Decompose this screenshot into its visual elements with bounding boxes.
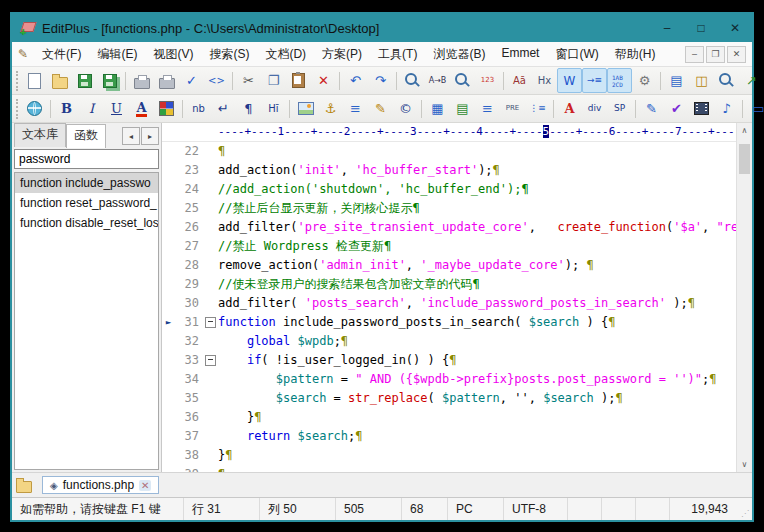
menu-item-4[interactable]: 文档(D) [257,43,314,66]
browser-preview-button[interactable] [714,68,739,93]
center-text-button[interactable]: ≡ [475,96,500,121]
edit-note-button[interactable]: ✎ [368,96,393,121]
find-button[interactable] [400,68,425,93]
document-tab-0[interactable]: ◈functions.php✕ [42,476,159,494]
save-all-button[interactable] [97,68,122,93]
save-button[interactable] [72,68,97,93]
underline-button[interactable]: U [104,96,129,121]
nbsp-button[interactable]: nb [186,96,211,121]
word-wrap-button[interactable]: W [557,68,582,93]
music-button[interactable]: ♪ [714,96,739,121]
line-break-button[interactable]: ↵ [211,96,236,121]
paragraph-button[interactable]: ¶ [236,96,261,121]
copy-button[interactable]: ❐ [261,68,286,93]
fold-toggle[interactable] [203,313,218,332]
italic-button[interactable]: I [79,96,104,121]
open-external-button[interactable]: ↗ [739,68,764,93]
find-in-files-button[interactable] [450,68,475,93]
hex-view-button[interactable]: Hx [532,68,557,93]
form-input-button[interactable]: ▭ [746,96,764,121]
div-align-button[interactable]: ▤ [450,96,475,121]
scroll-up-icon[interactable]: ∧ [737,123,752,138]
div-tag-button[interactable]: div [582,96,607,121]
minimize-button[interactable]: – [650,14,684,42]
print-preview-button[interactable] [129,68,154,93]
tab-scroll-left-button[interactable]: ◂ [122,127,140,145]
bold-button[interactable]: B [54,96,79,121]
undo-button[interactable]: ↶ [343,68,368,93]
script-edit-button[interactable]: ✎ [639,96,664,121]
font-tag-button[interactable]: A [557,96,582,121]
resize-grip[interactable]: ⋰ [736,498,752,520]
maximize-button[interactable]: □ [684,14,718,42]
code-editor[interactable]: 22¶23add_action('init', 'hc_buffer_start… [162,142,736,472]
open-folder-button[interactable] [47,68,72,93]
menu-item-1[interactable]: 编辑(E) [89,43,145,66]
new-document-button[interactable] [22,68,47,93]
spell-check-button[interactable]: ✓ [179,68,204,93]
browser-globe-button[interactable] [22,96,47,121]
tab-scroll-right-button[interactable]: ▸ [141,127,159,145]
line-number: 25 [175,199,203,218]
color-palette-button[interactable] [154,96,179,121]
cut-button[interactable]: ✂ [236,68,261,93]
folder-icon[interactable] [16,481,32,493]
toolbar-drag-handle[interactable] [16,99,18,119]
function-list-item-2[interactable]: function disable_reset_los [15,213,158,233]
script-check-button[interactable]: ✔ [664,96,689,121]
sidebar-tab-cliptext[interactable]: 文本库 [14,123,66,147]
list-tag-button[interactable]: ⋮≡ [525,96,550,121]
html-tags-button[interactable]: <> [204,68,229,93]
menu-item-7[interactable]: 浏览器(B) [425,43,493,66]
preferences-button[interactable]: ⚙ [632,68,657,93]
mdi-close-button[interactable]: ✕ [727,46,746,63]
menu-item-10[interactable]: 帮助(H) [607,43,664,66]
music-icon: ♪ [722,102,730,115]
heading-button[interactable]: Hī [261,96,286,121]
replace-button[interactable]: A→B [425,68,450,93]
print-button[interactable] [154,68,179,93]
toolbar-drag-handle[interactable] [16,71,18,91]
horizontal-rule-button[interactable]: ≡ [343,96,368,121]
close-button[interactable]: ✕ [718,14,752,42]
tab-close-icon[interactable]: ✕ [139,480,151,491]
table-button[interactable]: ▦ [425,96,450,121]
sort-button[interactable]: 123 [475,68,500,93]
function-list-item-0[interactable]: function include_passwo [15,173,158,193]
menu-item-3[interactable]: 搜索(S) [201,43,257,66]
case-convert-button[interactable]: Aā [507,68,532,93]
movie-button[interactable] [689,96,714,121]
insert-image-button[interactable] [293,96,318,121]
code-text: add_filter('pre_site_transient_update_co… [218,218,736,237]
menu-item-5[interactable]: 方案(P) [314,43,370,66]
split-window-button[interactable]: ◫ [689,68,714,93]
indent-guide-button[interactable]: →≡ [582,68,607,93]
sidebar-tab-functions[interactable]: 函数 [66,124,106,148]
menu-item-2[interactable]: 视图(V) [145,43,201,66]
menu-item-9[interactable]: 窗口(W) [547,43,606,66]
redo-button[interactable]: ↷ [368,68,393,93]
pre-tag-button[interactable]: PRE [500,96,525,121]
span-tag-button[interactable]: SP [607,96,632,121]
copyright-button[interactable]: © [393,96,418,121]
delete-button[interactable]: ✕ [311,68,336,93]
menu-item-0[interactable]: 文件(F) [34,43,89,66]
menu-item-6[interactable]: 工具(T) [370,43,425,66]
menu-item-8[interactable]: Emmet [493,43,547,66]
scrollbar-thumb[interactable] [739,144,750,174]
paste-button[interactable] [286,68,311,93]
function-search-input[interactable] [14,149,159,169]
line-numbers-button[interactable] [607,68,632,93]
vertical-scrollbar[interactable]: ∧ ∨ [736,123,752,472]
mdi-minimize-button[interactable]: – [685,46,704,63]
fold-minus-icon[interactable] [205,317,216,328]
document-list-button[interactable]: ▤ [664,68,689,93]
scroll-down-icon[interactable]: ∨ [737,457,752,472]
fold-toggle[interactable] [203,351,218,370]
function-list-item-1[interactable]: function reset_password_ [15,193,158,213]
anchor-button[interactable]: ⚓ [318,96,343,121]
fold-minus-icon[interactable] [205,355,216,366]
line-number: 26 [175,218,203,237]
mdi-restore-button[interactable]: ❐ [706,46,725,63]
font-color-button[interactable]: A [129,96,154,121]
